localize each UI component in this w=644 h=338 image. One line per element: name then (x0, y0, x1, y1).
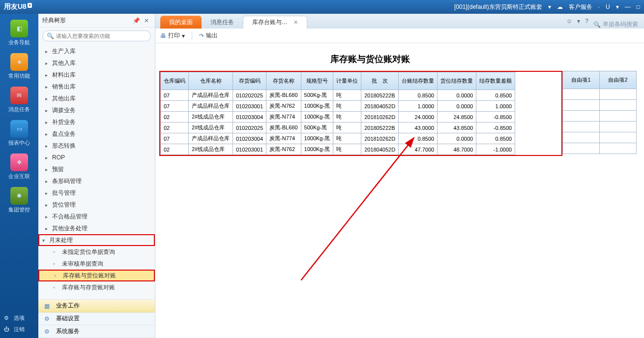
rail-fav[interactable]: ★常用功能 (0, 51, 38, 82)
rail-group[interactable]: ✺集团管控 (0, 185, 38, 215)
tree-item[interactable]: ▸形态转换 (38, 140, 155, 152)
tree-item[interactable]: ▸货位管理 (38, 199, 155, 211)
table-cell (600, 122, 637, 132)
table-row[interactable]: 022#线成品仓库010202025炭黑-BL680500Kg-黑吨201805… (161, 123, 515, 133)
col-header[interactable]: 存货编码 (233, 72, 266, 90)
table-row[interactable]: 07产成品样品仓库010202025炭黑-BL680500Kg-黑吨201805… (161, 90, 515, 101)
tree-child[interactable]: ▫未指定货位单据查询 (38, 246, 155, 258)
tree-item[interactable]: ▸生产入库 (38, 45, 155, 57)
options-link[interactable]: ⚙选项 (4, 312, 34, 324)
rail-msg[interactable]: ✉消息任务 (0, 85, 38, 115)
tree-item[interactable]: ▸批号管理 (38, 187, 155, 199)
caret-down-icon: ▾ (42, 238, 45, 243)
col-header[interactable]: 规格型号 (301, 72, 333, 90)
tree-child[interactable]: ▫未审核单据查询 (38, 258, 155, 270)
report-area: 库存账与货位账对账 仓库编码仓库名称存货编码存货名称规格型号计量单位批 次台账结… (155, 43, 644, 338)
tab-messages[interactable]: 消息任务 (202, 16, 243, 29)
tree-item[interactable]: ▸不合格品管理 (38, 211, 155, 222)
table-cell: 1000Kg-黑 (301, 144, 333, 155)
help-icon[interactable]: ? (585, 18, 588, 25)
caret-icon: ▸ (45, 202, 48, 208)
caret-icon: ▸ (45, 120, 48, 125)
table-cell: 0.8500 (476, 133, 515, 144)
table-cell: 产成品样品仓库 (189, 133, 233, 144)
table-row[interactable]: 022#线成品仓库010203004炭黑-N7741000Kg-黑吨201810… (161, 112, 515, 123)
rail-ent[interactable]: ❖企业互联 (0, 152, 38, 182)
tab-desktop[interactable]: 我的桌面 (160, 16, 202, 29)
table-cell: 炭黑-N774 (266, 133, 301, 144)
caret-icon: ▸ (45, 72, 48, 78)
search-input[interactable] (56, 33, 146, 39)
table-cell: 201805222B (361, 123, 399, 133)
tree-item[interactable]: ▸ROP (38, 152, 155, 163)
rail-nav[interactable]: ◧业务导航 (0, 18, 38, 48)
col-header[interactable]: 存货名称 (266, 72, 301, 90)
export-button[interactable]: ↷输出 (199, 31, 218, 40)
close-icon[interactable]: ✕ (142, 17, 151, 24)
rail-report[interactable]: ▭报表中心 (0, 118, 38, 149)
tree-child[interactable]: ▫库存账与存货账对账 (38, 281, 155, 293)
minimize-icon[interactable]: — (625, 3, 631, 10)
tree-item[interactable]: ▸其他出库 (38, 92, 155, 104)
tree-item[interactable]: ▸预留 (38, 163, 155, 175)
col-header[interactable]: 自由项2 (600, 71, 637, 89)
table-cell: 2#线成品仓库 (189, 112, 233, 123)
tree-item[interactable]: ▸调拨业务 (38, 104, 155, 116)
col-header[interactable]: 批 次 (361, 72, 399, 90)
pin-icon[interactable]: 📌 (131, 17, 142, 24)
table-row[interactable]: 07产成品样品仓库010203004炭黑-N7741000Kg-黑吨201810… (161, 133, 515, 144)
caret-icon: ▸ (45, 143, 48, 149)
print-button[interactable]: 🖶打印▾ (160, 31, 185, 40)
account-dropdown-icon[interactable]: ▾ (548, 3, 551, 10)
svg-line-0 (301, 138, 414, 280)
col-header[interactable]: 结存数量差额 (476, 72, 515, 90)
tree-item[interactable]: ▸其他入库 (38, 57, 155, 69)
tab-report[interactable]: 库存台账与…✕ (243, 16, 307, 29)
col-header[interactable]: 台账结存数量 (399, 72, 438, 90)
col-header[interactable]: 货位结存数量 (438, 72, 476, 90)
tree-item[interactable]: ▸其他业务处理 (38, 222, 155, 234)
table-row[interactable]: 022#线成品仓库010203001炭黑-N7621000Kg-黑吨201804… (161, 144, 515, 155)
table-cell: 24.8500 (438, 112, 476, 123)
group-icon: ✺ (10, 187, 28, 205)
tree-child-active[interactable]: ▫库存账与货位账对账 (38, 270, 155, 281)
logout-link[interactable]: ⏻注销 (4, 324, 34, 335)
tab-close-icon[interactable]: ✕ (293, 19, 298, 26)
col-header[interactable]: 仓库名称 (189, 72, 233, 90)
tree-list: ▸生产入库 ▸其他入库 ▸材料出库 ▸销售出库 ▸其他出库 ▸调拨业务 ▸补货业… (38, 44, 155, 299)
table-cell: 02 (161, 123, 189, 133)
table-cell: 1.0000 (476, 101, 515, 112)
table-cell: 201804052D (361, 144, 399, 155)
bar-work[interactable]: ▦业务工作 (38, 300, 155, 312)
tree-item[interactable]: ▸材料出库 (38, 69, 155, 81)
caret-icon: ▸ (45, 179, 48, 184)
service-icon[interactable]: ☁ (557, 3, 563, 10)
maximize-icon[interactable]: □ (637, 3, 640, 10)
service-link[interactable]: 客户服务 (569, 3, 592, 11)
table-row[interactable]: 07产成品样品仓库010203001炭黑-N7621000Kg-黑吨201804… (161, 101, 515, 112)
barcode-search[interactable]: 🔍 单据条码搜索 (593, 20, 644, 29)
tree-item[interactable]: ▸销售出库 (38, 81, 155, 92)
tree-item[interactable]: ▸补货业务 (38, 116, 155, 128)
tree-item[interactable]: ▸盘点业务 (38, 128, 155, 140)
nav-icon: ◧ (10, 20, 28, 37)
report-title: 库存账与货位账对账 (159, 53, 581, 65)
u-indicator[interactable]: U (606, 3, 610, 10)
bar-basic[interactable]: ⚙基础设置 (38, 312, 155, 325)
caret-icon: ▸ (45, 226, 48, 231)
tree-item[interactable]: ▸条形码管理 (38, 175, 155, 187)
tree-search[interactable]: 🔍 (42, 31, 151, 41)
smiley-icon[interactable]: ☺ (566, 18, 572, 25)
left-rail: ◧业务导航 ★常用功能 ✉消息任务 ▭报表中心 ❖企业互联 ✺集团管控 ⚙选项 … (0, 14, 38, 338)
bar-sys[interactable]: ⚙系统服务 (38, 325, 155, 338)
table-cell: 010203001 (233, 101, 266, 112)
work-icon: ▦ (44, 303, 50, 309)
table-cell: 炭黑-BL680 (266, 90, 301, 101)
tree-item-month-end[interactable]: ▾月末处理 (38, 234, 155, 246)
col-header[interactable]: 自由项1 (563, 71, 600, 89)
lock-icon: ⏻ (4, 326, 11, 333)
table-cell: 0.0000 (438, 90, 476, 101)
col-header[interactable]: 仓库编码 (161, 72, 189, 90)
col-header[interactable]: 计量单位 (333, 72, 361, 90)
account-info[interactable]: [001](default)东营贝斯特正式账套 (454, 3, 542, 11)
